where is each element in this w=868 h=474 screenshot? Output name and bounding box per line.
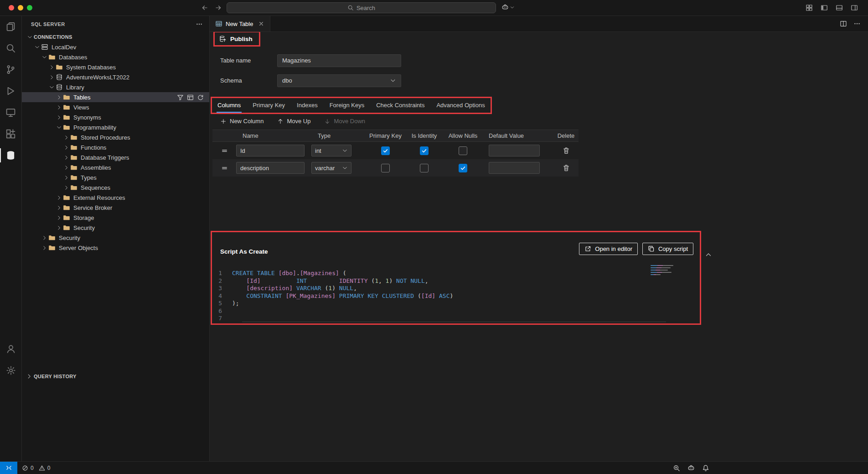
minimap[interactable] bbox=[651, 265, 675, 275]
is-identity-checkbox[interactable] bbox=[420, 146, 429, 155]
open-in-editor-button[interactable]: Open in editor bbox=[579, 243, 638, 255]
more-actions-icon[interactable] bbox=[853, 20, 861, 27]
tree-item-label: AdventureWorksLT2022 bbox=[66, 74, 129, 81]
column-type-cell: int bbox=[311, 145, 366, 156]
table-icon bbox=[215, 20, 222, 27]
folder-icon bbox=[63, 214, 71, 221]
toolbar-label: Move Up bbox=[287, 118, 310, 125]
activity-item-source-control[interactable] bbox=[0, 59, 21, 80]
panel-bottom-icon[interactable] bbox=[836, 4, 843, 11]
sidebar-left-icon[interactable] bbox=[821, 4, 828, 11]
toolbar-move-down[interactable]: Move Down bbox=[324, 118, 365, 125]
tree-item-functions[interactable]: Functions bbox=[22, 142, 209, 152]
tree-item-programmability[interactable]: Programmability bbox=[22, 122, 209, 132]
split-editor-icon[interactable] bbox=[840, 20, 847, 27]
refresh-icon[interactable] bbox=[197, 94, 204, 101]
table-name-input[interactable] bbox=[277, 54, 401, 67]
tree-item-library[interactable]: Library bbox=[22, 82, 209, 92]
toolbar-new-column[interactable]: New Column bbox=[220, 118, 264, 125]
collapse-script-pane-icon[interactable] bbox=[705, 251, 712, 258]
default-value-input[interactable] bbox=[489, 162, 540, 174]
allow-nulls-checkbox[interactable] bbox=[459, 146, 467, 155]
table-grid-icon[interactable] bbox=[187, 94, 194, 101]
column-type-cell: varchar bbox=[311, 162, 366, 174]
chevron-right-icon bbox=[55, 225, 63, 231]
query-history-section[interactable]: QUERY HISTORY bbox=[22, 371, 209, 381]
primary-key-checkbox[interactable] bbox=[381, 146, 390, 155]
navigate-back-icon[interactable] bbox=[201, 4, 208, 11]
is-identity-checkbox[interactable] bbox=[420, 164, 429, 172]
activity-item-account[interactable] bbox=[0, 338, 21, 359]
activity-item-explorer[interactable] bbox=[0, 16, 21, 37]
tree-item-views[interactable]: Views bbox=[22, 102, 209, 112]
tree-item-database-triggers[interactable]: Database Triggers bbox=[22, 152, 209, 162]
search-input[interactable]: Search bbox=[227, 2, 496, 13]
default-value-input[interactable] bbox=[489, 145, 540, 156]
primary-key-checkbox[interactable] bbox=[381, 164, 390, 172]
problems-status[interactable]: 0 0 bbox=[17, 465, 53, 471]
column-type-dropdown[interactable]: int bbox=[311, 145, 351, 156]
tree-item-assemblies[interactable]: Assemblies bbox=[22, 162, 209, 172]
allow-nulls-checkbox[interactable] bbox=[459, 164, 467, 172]
tree-item-connections[interactable]: CONNECTIONS bbox=[22, 32, 209, 42]
tree-item-databases[interactable]: Databases bbox=[22, 52, 209, 62]
designer-tab-primary-key[interactable]: Primary Key bbox=[252, 98, 286, 113]
is-identity-cell bbox=[405, 146, 444, 155]
folder-icon bbox=[70, 184, 78, 191]
close-window-button[interactable] bbox=[9, 5, 14, 10]
drag-handle[interactable] bbox=[212, 147, 236, 154]
remote-indicator[interactable] bbox=[0, 462, 17, 474]
minimize-window-button[interactable] bbox=[18, 5, 23, 10]
copilot-menu-button[interactable] bbox=[501, 4, 515, 11]
tree-item-service-broker[interactable]: Service Broker bbox=[22, 203, 209, 213]
zoom-icon[interactable] bbox=[673, 464, 680, 472]
grid-header-primary-key: Primary Key bbox=[366, 132, 405, 139]
tree-item-synonyms[interactable]: Synonyms bbox=[22, 112, 209, 122]
toolbar-move-up[interactable]: Move Up bbox=[277, 118, 310, 125]
designer-tab-columns[interactable]: Columns bbox=[217, 98, 242, 113]
chevron-right-icon bbox=[55, 94, 63, 100]
schema-dropdown[interactable]: dbo bbox=[277, 74, 401, 87]
folder-icon bbox=[63, 204, 71, 211]
tree-item-server-objects[interactable]: Server Objects bbox=[22, 243, 209, 253]
tree-item-localdev[interactable]: LocalDev bbox=[22, 42, 209, 52]
drag-handle[interactable] bbox=[212, 165, 236, 172]
navigate-forward-icon[interactable] bbox=[215, 4, 222, 11]
tree-item-storage[interactable]: Storage bbox=[22, 213, 209, 223]
activity-item-extensions[interactable] bbox=[0, 123, 21, 145]
publish-button[interactable]: Publish bbox=[219, 35, 253, 42]
more-actions-icon[interactable] bbox=[196, 21, 203, 28]
layout-grid-icon[interactable] bbox=[806, 4, 813, 11]
tree-item-adventureworkslt2022[interactable]: AdventureWorksLT2022 bbox=[22, 72, 209, 82]
tree-item-sequences[interactable]: Sequences bbox=[22, 182, 209, 193]
tree-item-stored-procedures[interactable]: Stored Procedures bbox=[22, 132, 209, 142]
designer-tab-indexes[interactable]: Indexes bbox=[296, 98, 319, 113]
tree-item-security[interactable]: Security bbox=[22, 233, 209, 243]
activity-item-sql-server[interactable] bbox=[0, 145, 21, 166]
activity-item-search[interactable] bbox=[0, 37, 21, 59]
sidebar-right-icon[interactable] bbox=[851, 4, 858, 11]
tree-item-security[interactable]: Security bbox=[22, 223, 209, 233]
zoom-window-button[interactable] bbox=[27, 5, 32, 10]
activity-item-run-debug[interactable] bbox=[0, 80, 21, 102]
activity-item-remote-explorer[interactable] bbox=[0, 102, 21, 123]
designer-tab-advanced-options[interactable]: Advanced Options bbox=[435, 98, 486, 113]
tree-item-system-databases[interactable]: System Databases bbox=[22, 62, 209, 72]
designer-tab-foreign-keys[interactable]: Foreign Keys bbox=[329, 98, 366, 113]
activity-item-settings[interactable] bbox=[0, 359, 21, 381]
column-type-dropdown[interactable]: varchar bbox=[311, 162, 351, 174]
tree-item-external-resources[interactable]: External Resources bbox=[22, 193, 209, 203]
filter-icon[interactable] bbox=[177, 94, 184, 101]
column-name-input[interactable] bbox=[236, 162, 305, 174]
delete-row-icon[interactable] bbox=[563, 164, 570, 172]
delete-row-icon[interactable] bbox=[563, 147, 570, 154]
bell-icon[interactable] bbox=[702, 464, 709, 472]
designer-tab-check-constraints[interactable]: Check Constraints bbox=[375, 98, 425, 113]
copilot-icon[interactable] bbox=[687, 464, 695, 472]
close-tab-icon[interactable] bbox=[258, 21, 264, 27]
copy-script-button[interactable]: Copy script bbox=[642, 243, 693, 255]
tree-item-tables[interactable]: Tables bbox=[22, 92, 209, 102]
tab-new-table[interactable]: New Table bbox=[210, 16, 270, 31]
column-name-input[interactable] bbox=[236, 145, 305, 156]
tree-item-types[interactable]: Types bbox=[22, 172, 209, 182]
